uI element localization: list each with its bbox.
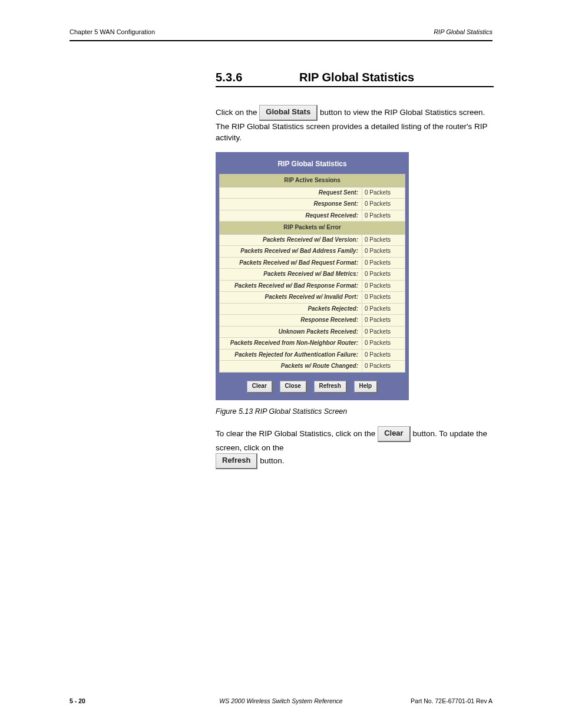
stat-value: 0 Packets — [362, 280, 405, 292]
table-row: Request Sent:0 Packets — [220, 187, 405, 199]
table-row: Packets Rejected:0 Packets — [220, 303, 405, 315]
table-row: Packets w/ Route Changed:0 Packets — [220, 361, 405, 373]
stat-label: Packets w/ Route Changed: — [220, 361, 362, 373]
panel-help-button[interactable]: Help — [354, 381, 378, 393]
section-rule — [216, 86, 494, 87]
stat-value: 0 Packets — [362, 349, 405, 361]
panel-close-button[interactable]: Close — [280, 381, 307, 393]
header-chapter: Chapter 5 WAN Configuration — [70, 28, 155, 35]
page-footer: 5 - 20 WS 2000 Wireless Switch System Re… — [70, 697, 492, 704]
table-row: Response Sent:0 Packets — [220, 199, 405, 210]
stat-label: Packets Received w/ Invalid Port: — [220, 292, 362, 304]
table-row: Packets Received w/ Bad Version:0 Packet… — [220, 234, 405, 246]
table-row: Packets Received w/ Invalid Port:0 Packe… — [220, 292, 405, 304]
stat-label: Request Received: — [220, 210, 362, 222]
table-row: Unknown Packets Received:0 Packets — [220, 326, 405, 338]
stat-value: 0 Packets — [362, 234, 405, 246]
stat-label: Response Sent: — [220, 199, 362, 210]
table-row: Packets Received w/ Bad Response Format:… — [220, 280, 405, 292]
intro-paragraph: Click on the Global Stats button to view… — [216, 105, 494, 144]
stat-label: Packets Received w/ Bad Response Format: — [220, 280, 362, 292]
stats-panel: RIP Global Statistics RIP Active Session… — [216, 152, 409, 400]
stat-label: Unknown Packets Received: — [220, 326, 362, 338]
stat-label: Packets Received from Non-Neighbor Route… — [220, 338, 362, 350]
stat-value: 0 Packets — [362, 269, 405, 281]
refresh-button[interactable]: Refresh — [216, 453, 257, 469]
stat-label: Packets Rejected: — [220, 303, 362, 315]
clear-refresh-paragraph: To clear the RIP Global Statistics, clic… — [216, 426, 494, 469]
stat-label: Packets Received w/ Bad Version: — [220, 234, 362, 246]
stat-value: 0 Packets — [362, 338, 405, 350]
table-row: Packets Received w/ Bad Request Format:0… — [220, 257, 405, 269]
stat-label: Request Sent: — [220, 187, 362, 199]
stat-value: 0 Packets — [362, 361, 405, 373]
section-header-active: RIP Active Sessions — [220, 174, 405, 187]
stat-value: 0 Packets — [362, 257, 405, 269]
header-section: RIP Global Statistics — [434, 28, 492, 35]
stat-value: 0 Packets — [362, 326, 405, 338]
panel-clear-button[interactable]: Clear — [247, 381, 273, 393]
global-stats-button[interactable]: Global Stats — [259, 105, 318, 121]
figure-caption: Figure 5.13 RIP Global Statistics Screen — [216, 406, 494, 417]
stat-label: Packets Received w/ Bad Request Format: — [220, 257, 362, 269]
panel-button-row: Clear Close Refresh Help — [219, 381, 405, 393]
stats-table: RIP Active Sessions Request Sent:0 Packe… — [219, 174, 405, 373]
stat-value: 0 Packets — [362, 210, 405, 222]
stats-panel-figure: RIP Global Statistics RIP Active Session… — [216, 152, 494, 400]
panel-refresh-button[interactable]: Refresh — [314, 381, 347, 393]
table-row: Response Received:0 Packets — [220, 315, 405, 327]
section-title: RIP Global Statistics — [299, 71, 414, 84]
table-row: Packets Rejected for Authentication Fail… — [220, 349, 405, 361]
stat-value: 0 Packets — [362, 246, 405, 258]
text-c: button. — [260, 456, 284, 465]
stat-value: 0 Packets — [362, 187, 405, 199]
stat-label: Packets Received w/ Bad Metrics: — [220, 269, 362, 281]
clear-button[interactable]: Clear — [378, 426, 411, 442]
stat-label: Packets Received w/ Bad Address Family: — [220, 246, 362, 258]
header-rule — [70, 40, 492, 41]
table-row: Packets Received w/ Bad Metrics:0 Packet… — [220, 269, 405, 281]
table-row: Packets Received from Non-Neighbor Route… — [220, 338, 405, 350]
intro-text-a: Click on the — [216, 108, 259, 117]
footer-doc-title: WS 2000 Wireless Switch System Reference — [70, 697, 492, 704]
stat-value: 0 Packets — [362, 292, 405, 304]
stat-value: 0 Packets — [362, 199, 405, 210]
section-number: 5.3.6 — [216, 71, 242, 84]
panel-title: RIP Global Statistics — [219, 156, 405, 174]
stat-value: 0 Packets — [362, 303, 405, 315]
stat-label: Response Received: — [220, 315, 362, 327]
stat-value: 0 Packets — [362, 315, 405, 327]
text-a: To clear the RIP Global Statistics, clic… — [216, 429, 378, 438]
table-row: Packets Received w/ Bad Address Family:0… — [220, 246, 405, 258]
section-header-error: RIP Packets w/ Error — [220, 222, 405, 235]
stat-label: Packets Rejected for Authentication Fail… — [220, 349, 362, 361]
table-row: Request Received:0 Packets — [220, 210, 405, 222]
